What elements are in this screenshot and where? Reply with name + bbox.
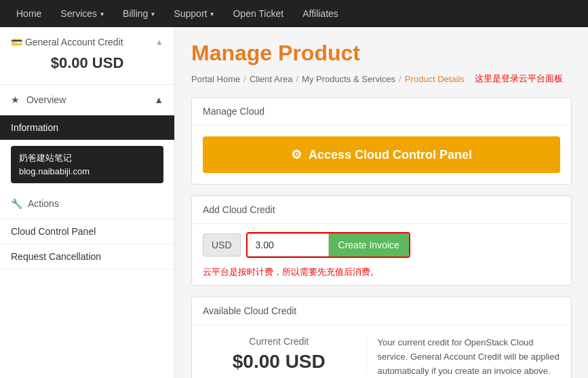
chevron-up-icon: ▲ (154, 94, 163, 105)
actions-label: Actions (28, 198, 59, 209)
currency-label: USD (203, 233, 241, 257)
breadcrumb-annotation: 这里是登录云平台面板 (475, 73, 563, 85)
overview-section-header[interactable]: ★ Overview ▲ (0, 85, 174, 115)
account-balance: $0.00 USD (11, 48, 163, 75)
nav-support[interactable]: Support ▾ (164, 0, 223, 27)
actions-section-header: 🔧 Actions (0, 189, 174, 219)
chevron-up-icon: ▲ (155, 37, 163, 47)
chevron-down-icon: ▾ (100, 10, 104, 18)
account-credit-label: General Account Credit (25, 37, 123, 48)
nav-home[interactable]: Home (7, 0, 51, 27)
tooltip-line1: 奶爸建站笔记 (19, 151, 155, 165)
chevron-down-icon: ▾ (151, 10, 155, 18)
available-credit-header: Available Cloud Credit (192, 297, 571, 325)
breadcrumb-client-area[interactable]: Client Area (250, 74, 293, 84)
available-cloud-credit-card: Available Cloud Credit Current Credit $0… (191, 297, 572, 378)
breadcrumb-current: Product Details (405, 74, 465, 84)
page-layout: 💳 General Account Credit ▲ $0.00 USD ★ O… (0, 27, 588, 378)
credit-amount-input[interactable] (248, 233, 329, 257)
gear-icon: ⚙ (291, 147, 302, 162)
overview-label: Overview (26, 94, 66, 105)
add-credit-annotation: 云平台是按时计费，所以需要先充值后消费。 (192, 266, 571, 285)
tooltip-bubble: 奶爸建站笔记 blog.naibabiji.com (11, 146, 163, 183)
tooltip-line2: blog.naibabiji.com (19, 165, 155, 178)
chevron-down-icon: ▾ (210, 10, 214, 18)
nav-affiliates[interactable]: Affiliates (293, 0, 348, 27)
access-button-label: Access Cloud Control Panel (309, 148, 472, 162)
access-cloud-panel-button[interactable]: ⚙ Access Cloud Control Panel (203, 136, 560, 173)
account-credit-section: 💳 General Account Credit ▲ $0.00 USD (0, 27, 174, 85)
page-title: Manage Product (191, 41, 572, 66)
nav-services[interactable]: Services ▾ (51, 0, 113, 27)
main-content: Manage Product Portal Home / Client Area… (175, 27, 588, 378)
sidebar: 💳 General Account Credit ▲ $0.00 USD ★ O… (0, 27, 175, 378)
credit-card-icon: 💳 (11, 37, 22, 48)
create-invoice-button[interactable]: Create Invoice (329, 233, 409, 257)
wrench-icon: 🔧 (11, 198, 22, 209)
nav-open-ticket[interactable]: Open Ticket (223, 0, 293, 27)
current-credit-label: Current Credit (203, 336, 355, 347)
top-navigation: Home Services ▾ Billing ▾ Support ▾ Open… (0, 0, 588, 27)
breadcrumb-portal-home[interactable]: Portal Home (191, 74, 240, 84)
current-credit-amount: $0.00 USD (203, 351, 355, 373)
nav-billing[interactable]: Billing ▾ (113, 0, 164, 27)
breadcrumb-my-products[interactable]: My Products & Services (302, 74, 395, 84)
manage-cloud-card: Manage Cloud ⚙ Access Cloud Control Pane… (191, 97, 572, 185)
sidebar-item-request-cancellation[interactable]: Request Cancellation (0, 244, 174, 269)
sidebar-item-information[interactable]: Information (0, 115, 174, 140)
breadcrumb: Portal Home / Client Area / My Products … (191, 73, 572, 85)
add-cloud-credit-header: Add Cloud Credit (192, 196, 571, 224)
manage-cloud-card-header: Manage Cloud (192, 98, 571, 126)
sidebar-item-cloud-panel[interactable]: Cloud Control Panel (0, 219, 174, 244)
credit-description: Your current credit for OpenStack Cloud … (378, 336, 560, 378)
add-cloud-credit-card: Add Cloud Credit USD Create Invoice 云平台是… (191, 195, 572, 286)
star-icon: ★ (11, 94, 20, 105)
